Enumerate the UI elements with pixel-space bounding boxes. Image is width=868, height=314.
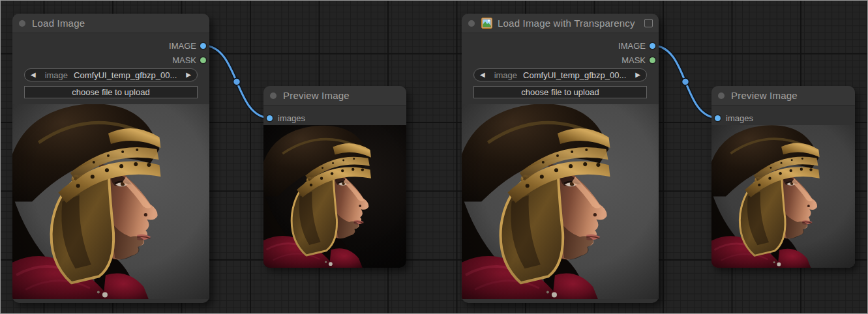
output-dot-image[interactable] [200, 43, 206, 49]
input-slot-images: images [263, 111, 406, 125]
output-slot-mask: MASK [462, 53, 659, 67]
node-titlebar[interactable]: Load Image with Transparency [462, 14, 659, 33]
link-midpoint-dot[interactable] [682, 78, 689, 85]
output-dot-image[interactable] [650, 43, 655, 49]
node-preview-image[interactable]: Preview Image images [711, 86, 855, 268]
output-label: IMAGE [169, 41, 196, 51]
combo-next-arrow-icon[interactable]: ▶ [186, 69, 191, 81]
combo-prev-arrow-icon[interactable]: ◀ [31, 69, 36, 81]
combo-label: image [494, 70, 517, 80]
output-dot-mask[interactable] [200, 57, 206, 63]
node-title: Preview Image [283, 90, 350, 101]
node-load-image-with-transparency[interactable]: Load Image with Transparency IMAGE MASK … [462, 14, 659, 303]
output-dot-mask[interactable] [650, 57, 655, 63]
combo-next-arrow-icon[interactable]: ▶ [635, 69, 640, 81]
node-title: Preview Image [731, 90, 798, 101]
preview-image-thumbnail [263, 125, 406, 268]
combo-label: image [45, 70, 68, 80]
image-combo-widget[interactable]: ◀ image ComfyUI_temp_gfbzp_00... ▶ [24, 68, 198, 81]
image-combo-widget[interactable]: ◀ image ComfyUI_temp_gfbzp_00... ▶ [473, 68, 647, 81]
input-dot-images[interactable] [267, 115, 273, 121]
loaded-image-thumbnail [462, 104, 659, 299]
output-label: IMAGE [618, 41, 646, 51]
node-titlebar[interactable]: Preview Image [711, 86, 855, 106]
output-slot-image: IMAGE [12, 38, 209, 53]
soldier-portrait-image [12, 104, 209, 299]
node-title: Load Image with Transparency [498, 18, 635, 29]
preview-image-thumbnail [711, 125, 855, 268]
collapse-dot[interactable] [19, 20, 25, 27]
node-graph-canvas[interactable]: Load Image IMAGE MASK ◀ image ComfyUI_te… [0, 0, 868, 314]
collapse-dot[interactable] [270, 93, 277, 99]
input-slot-images: images [711, 111, 855, 125]
node-titlebar[interactable]: Preview Image [263, 86, 406, 106]
output-label: MASK [621, 55, 646, 65]
output-slot-mask: MASK [12, 53, 209, 67]
node-titlebar[interactable]: Load Image [12, 14, 209, 33]
loaded-image-thumbnail [12, 104, 209, 299]
picture-frame-icon [481, 18, 492, 29]
title-checkbox[interactable] [644, 19, 653, 27]
input-dot-images[interactable] [715, 115, 721, 121]
combo-prev-arrow-icon[interactable]: ◀ [480, 69, 485, 81]
output-label: MASK [172, 55, 196, 65]
link-midpoint-dot[interactable] [233, 78, 241, 85]
collapse-dot[interactable] [468, 20, 475, 27]
node-preview-image[interactable]: Preview Image images [263, 86, 406, 268]
node-load-image[interactable]: Load Image IMAGE MASK ◀ image ComfyUI_te… [12, 14, 209, 303]
soldier-portrait-image [711, 125, 855, 268]
node-title: Load Image [32, 18, 85, 29]
output-slot-image: IMAGE [462, 38, 659, 53]
input-label: images [726, 113, 753, 123]
soldier-portrait-image [462, 104, 659, 299]
collapse-dot[interactable] [718, 93, 725, 99]
soldier-portrait-image [263, 125, 406, 268]
combo-value: ComfyUI_temp_gfbzp_00... [74, 70, 177, 80]
choose-file-button[interactable]: choose file to upload [473, 86, 647, 98]
choose-file-button[interactable]: choose file to upload [24, 86, 198, 98]
combo-value: ComfyUI_temp_gfbzp_00... [523, 70, 626, 80]
input-label: images [278, 113, 305, 123]
